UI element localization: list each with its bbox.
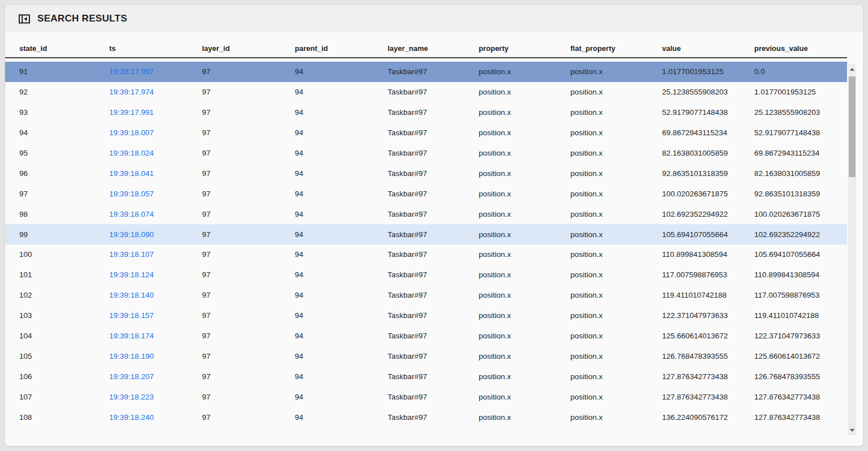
column-header-layer_id: layer_id	[202, 44, 295, 53]
cell-ts-link[interactable]: 19:39:18.223	[109, 393, 202, 401]
cell-previous_value: 100.020263671875	[754, 210, 847, 218]
table-row[interactable]: 10519:39:18.1909794Taskbar#97position.xp…	[5, 346, 847, 366]
cell-value: 52.9179077148438	[662, 108, 754, 117]
cell-ts-link[interactable]: 19:39:18.240	[109, 413, 202, 422]
cell-parent_id: 94	[295, 210, 388, 218]
vertical-scrollbar[interactable]	[848, 64, 856, 435]
cell-state_id: 100	[19, 250, 109, 259]
cell-state_id: 92	[19, 88, 109, 96]
cell-layer_name: Taskbar#97	[388, 393, 479, 401]
cell-property: position.x	[479, 128, 570, 137]
cell-layer_name: Taskbar#97	[388, 332, 479, 340]
column-header-parent_id: parent_id	[295, 44, 388, 53]
cell-flat_property: position.x	[570, 108, 662, 117]
cell-value: 127.876342773438	[662, 393, 754, 401]
cell-ts-link[interactable]: 19:39:17.957	[109, 67, 202, 76]
table-row[interactable]: 10219:39:18.1409794Taskbar#97position.xp…	[5, 285, 847, 306]
table-row[interactable]: 10119:39:18.1249794Taskbar#97position.xp…	[5, 265, 847, 285]
cell-ts-link[interactable]: 19:39:18.207	[109, 372, 202, 381]
cell-property: position.x	[479, 311, 570, 320]
cell-value: 92.8635101318359	[662, 169, 754, 178]
cell-ts-link[interactable]: 19:39:18.024	[109, 149, 202, 157]
cell-layer_id: 97	[202, 169, 295, 178]
table-row[interactable]: 9319:39:17.9919794Taskbar#97position.xpo…	[5, 102, 847, 123]
cell-value: 25.1238555908203	[662, 88, 754, 96]
column-header-value: value	[662, 44, 754, 53]
cell-ts-link[interactable]: 19:39:18.107	[109, 250, 202, 259]
cell-ts-link[interactable]: 19:39:18.090	[109, 230, 202, 239]
cell-layer_name: Taskbar#97	[388, 352, 479, 360]
scroll-up-icon[interactable]	[848, 65, 856, 73]
column-header-flat_property: flat_property	[570, 44, 662, 53]
table-row[interactable]: 9919:39:18.0909794Taskbar#97position.xpo…	[5, 224, 847, 244]
cell-layer_id: 97	[202, 128, 295, 137]
table-row[interactable]: 9619:39:18.0419794Taskbar#97position.xpo…	[5, 163, 847, 183]
scroll-down-icon[interactable]	[848, 426, 856, 434]
table-row[interactable]: 9119:39:17.9579794Taskbar#97position.xpo…	[5, 62, 847, 82]
table-row[interactable]: 9519:39:18.0249794Taskbar#97position.xpo…	[5, 143, 847, 164]
cell-property: position.x	[479, 210, 570, 218]
cell-ts-link[interactable]: 19:39:18.041	[109, 169, 202, 178]
cell-parent_id: 94	[295, 393, 388, 401]
cell-property: position.x	[479, 372, 570, 381]
cell-value: 125.660614013672	[662, 332, 754, 340]
table-row[interactable]: 9219:39:17.9749794Taskbar#97position.xpo…	[5, 82, 847, 102]
table-row[interactable]: 10719:39:18.2239794Taskbar#97position.xp…	[5, 386, 847, 407]
table-row[interactable]: 9419:39:18.0079794Taskbar#97position.xpo…	[5, 123, 847, 143]
cell-flat_property: position.x	[570, 128, 662, 137]
cell-ts-link[interactable]: 19:39:18.074	[109, 210, 202, 218]
cell-ts-link[interactable]: 19:39:18.174	[109, 332, 202, 340]
cell-property: position.x	[479, 190, 570, 198]
cell-ts-link[interactable]: 19:39:18.007	[109, 128, 202, 137]
cell-state_id: 103	[19, 311, 109, 320]
cell-parent_id: 94	[295, 169, 388, 178]
table-row[interactable]: 10419:39:18.1749794Taskbar#97position.xp…	[5, 326, 847, 346]
cell-flat_property: position.x	[570, 352, 662, 360]
cell-layer_name: Taskbar#97	[388, 128, 479, 137]
cell-ts-link[interactable]: 19:39:18.190	[109, 352, 202, 360]
cell-ts-link[interactable]: 19:39:17.974	[109, 88, 202, 96]
cell-ts-link[interactable]: 19:39:18.140	[109, 291, 202, 299]
cell-flat_property: position.x	[570, 169, 662, 178]
cell-previous_value: 1.0177001953125	[754, 88, 847, 96]
cell-previous_value: 0.0	[754, 67, 847, 76]
cell-ts-link[interactable]: 19:39:18.157	[109, 311, 202, 320]
cell-property: position.x	[479, 149, 570, 157]
cell-ts-link[interactable]: 19:39:17.991	[109, 108, 202, 117]
table-row[interactable]: 9819:39:18.0749794Taskbar#97position.xpo…	[5, 204, 847, 224]
table-row[interactable]: 10319:39:18.1579794Taskbar#97position.xp…	[5, 306, 847, 326]
cell-flat_property: position.x	[570, 210, 662, 218]
cell-ts-link[interactable]: 19:39:18.124	[109, 270, 202, 279]
cell-flat_property: position.x	[570, 88, 662, 96]
cell-layer_name: Taskbar#97	[388, 291, 479, 299]
cell-property: position.x	[479, 169, 570, 178]
cell-flat_property: position.x	[570, 190, 662, 198]
cell-layer_id: 97	[202, 352, 295, 360]
table-row[interactable]: 10619:39:18.2079794Taskbar#97position.xp…	[5, 366, 847, 386]
table-row[interactable]: 10819:39:18.2409794Taskbar#97position.xp…	[5, 407, 847, 427]
cell-property: position.x	[479, 108, 570, 117]
cell-value: 110.899841308594	[662, 250, 754, 259]
cell-parent_id: 94	[295, 88, 388, 96]
cell-layer_id: 97	[202, 270, 295, 279]
cell-parent_id: 94	[295, 230, 388, 239]
cell-property: position.x	[479, 332, 570, 340]
cell-state_id: 94	[19, 128, 109, 137]
cell-value: 82.1638031005859	[662, 149, 754, 157]
cell-state_id: 97	[19, 190, 109, 198]
cell-previous_value: 92.8635101318359	[754, 190, 847, 198]
scrollbar-thumb[interactable]	[849, 76, 856, 177]
cell-layer_id: 97	[202, 372, 295, 381]
cell-value: 136.224090576172	[662, 413, 754, 422]
cell-layer_id: 97	[202, 88, 295, 96]
cell-value: 126.768478393555	[662, 352, 754, 360]
cell-layer_id: 97	[202, 230, 295, 239]
panel-header: SEARCH RESULTS	[5, 5, 863, 32]
cell-flat_property: position.x	[570, 291, 662, 299]
cell-ts-link[interactable]: 19:39:18.057	[109, 190, 202, 198]
cell-layer_name: Taskbar#97	[388, 230, 479, 239]
cell-parent_id: 94	[295, 352, 388, 360]
table-row[interactable]: 9719:39:18.0579794Taskbar#97position.xpo…	[5, 183, 847, 204]
cell-layer_id: 97	[202, 67, 295, 76]
table-row[interactable]: 10019:39:18.1079794Taskbar#97position.xp…	[5, 244, 847, 265]
